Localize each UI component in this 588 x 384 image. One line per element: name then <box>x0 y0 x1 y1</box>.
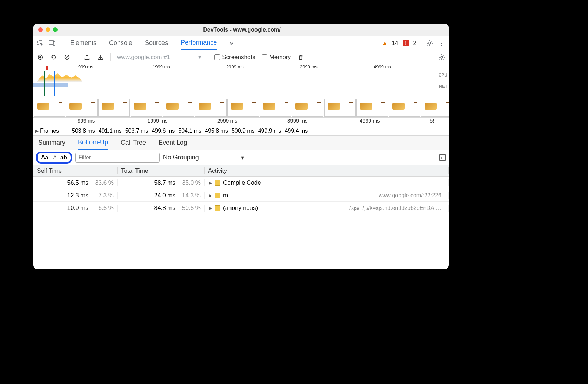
frame-time: 495.8 ms <box>205 128 228 134</box>
tab-sources[interactable]: Sources <box>145 37 168 49</box>
cell-self-time: 12.3 ms 7.3 % <box>33 192 118 199</box>
frame-time: 499.6 ms <box>152 128 175 134</box>
frame-time: 500.9 ms <box>232 128 255 134</box>
thumbnail[interactable] <box>227 99 259 117</box>
svg-point-3 <box>429 42 431 44</box>
table-row[interactable]: 56.5 ms 33.6 % 58.7 ms 35.0 % ▶ Compile … <box>33 177 449 189</box>
match-whole-word-button[interactable]: ab <box>60 154 67 161</box>
frames-track[interactable]: ▶ Frames 503.8 ms 491.1 ms 503.7 ms 499.… <box>33 126 449 136</box>
record-icon[interactable] <box>37 54 44 61</box>
thumbnail[interactable] <box>98 99 130 117</box>
issues-badges[interactable]: ▲ 14 ! 2 <box>382 40 416 47</box>
grouping-label: No Grouping <box>163 154 199 161</box>
source-link[interactable]: /xjs/_/js/k=xjs.hd.en.fdzp62cEnDA.… <box>349 205 441 211</box>
cell-self-time: 10.9 ms 6.5 % <box>33 205 118 212</box>
tab-bottom-up[interactable]: Bottom-Up <box>78 136 108 150</box>
save-profile-icon[interactable] <box>97 54 104 61</box>
svg-point-8 <box>441 56 443 58</box>
frame-time: 499.9 ms <box>258 128 281 134</box>
profile-selector[interactable]: www.google.com #1 ▾ <box>117 53 201 61</box>
expand-triangle-icon[interactable]: ▶ <box>209 193 212 198</box>
thumbnail[interactable] <box>66 99 98 117</box>
table-row[interactable]: 12.3 ms 7.3 % 24.0 ms 14.3 % ▶ m www.goo… <box>33 189 449 202</box>
expand-triangle-icon[interactable]: ▶ <box>209 180 212 185</box>
source-link[interactable]: www.google.com/:22:226 <box>379 192 441 199</box>
frame-time: 491.1 ms <box>99 128 122 134</box>
timeline-overview[interactable]: 999 ms 1999 ms 2999 ms 3999 ms 4999 ms C… <box>33 64 449 98</box>
thumbnail[interactable] <box>389 99 420 117</box>
screenshots-checkbox-input[interactable] <box>214 54 220 60</box>
table-row[interactable]: 10.9 ms 6.5 % 84.8 ms 50.5 % ▶ (anonymou… <box>33 202 449 214</box>
tab-call-tree[interactable]: Call Tree <box>121 136 146 149</box>
frame-time: 504.1 ms <box>178 128 201 134</box>
thumbnail[interactable] <box>356 99 388 117</box>
profile-name: www.google.com #1 <box>117 54 170 61</box>
cell-total-time: 84.8 ms 50.5 % <box>118 205 205 212</box>
grouping-selector[interactable]: No Grouping ▾ <box>163 154 244 161</box>
memory-checkbox[interactable]: Memory <box>262 54 291 61</box>
svg-point-5 <box>39 56 41 58</box>
filter-input[interactable] <box>75 153 160 163</box>
expand-triangle-icon[interactable]: ▶ <box>209 206 212 211</box>
thumbnail[interactable] <box>163 99 194 117</box>
thumbnail[interactable] <box>34 99 65 117</box>
device-toolbar-icon[interactable] <box>49 40 56 47</box>
error-square-icon: ! <box>403 40 409 46</box>
titlebar: DevTools - www.google.com/ <box>33 24 449 36</box>
frame-time: 503.7 ms <box>125 128 148 134</box>
frames-track-header[interactable]: ▶ Frames <box>33 128 72 134</box>
memory-checkbox-input[interactable] <box>262 54 267 60</box>
svg-line-7 <box>66 55 69 59</box>
thumbnail[interactable] <box>324 99 356 117</box>
thumbnail[interactable] <box>195 99 227 117</box>
scripting-swatch-icon <box>215 193 220 198</box>
main-tabs: Elements Console Sources Performance » <box>70 36 233 50</box>
tab-event-log[interactable]: Event Log <box>159 136 187 149</box>
col-total-time[interactable]: Total Time <box>118 167 205 174</box>
tab-performance[interactable]: Performance <box>181 36 217 50</box>
tick: 2999 ms <box>226 64 244 69</box>
tab-console[interactable]: Console <box>109 37 132 49</box>
thumbnail[interactable] <box>131 99 162 117</box>
inspect-element-icon[interactable] <box>37 40 44 47</box>
tick: 999 ms <box>78 64 93 69</box>
warning-triangle-icon: ▲ <box>382 40 388 46</box>
tab-elements[interactable]: Elements <box>70 37 96 49</box>
scripting-swatch-icon <box>215 180 220 186</box>
garbage-collect-icon[interactable] <box>297 54 304 61</box>
tab-more[interactable]: » <box>229 37 233 49</box>
expand-triangle-icon[interactable]: ▶ <box>35 128 39 133</box>
show-heaviest-stack-icon[interactable] <box>439 154 446 161</box>
screenshot-thumbnails[interactable] <box>33 98 449 118</box>
separator <box>208 53 208 61</box>
error-count: 2 <box>413 40 416 47</box>
kebab-menu-icon[interactable]: ⋮ <box>438 40 445 47</box>
warning-count: 14 <box>392 40 399 47</box>
tick: 1999 ms <box>153 64 170 69</box>
activity-name: Compile Code <box>223 179 261 186</box>
svg-rect-1 <box>49 41 53 44</box>
col-self-time[interactable]: Self Time <box>33 167 118 174</box>
frame-time: 499.4 ms <box>285 128 308 134</box>
thumbnail[interactable] <box>292 99 323 117</box>
frames-values: 503.8 ms 491.1 ms 503.7 ms 499.6 ms 504.… <box>72 128 449 134</box>
regex-button[interactable]: .* <box>52 154 56 161</box>
settings-gear-icon[interactable] <box>426 40 433 47</box>
separator <box>77 53 77 61</box>
tick: 999 ms <box>78 118 95 124</box>
load-profile-icon[interactable] <box>83 54 91 61</box>
capture-settings-gear-icon[interactable] <box>438 54 445 61</box>
marker-line <box>44 71 45 96</box>
col-activity[interactable]: Activity <box>205 167 449 174</box>
match-case-button[interactable]: Aa <box>41 154 48 161</box>
thumbnail[interactable] <box>421 99 449 117</box>
flamechart-ruler[interactable]: 999 ms 1999 ms 2999 ms 3999 ms 4999 ms 5… <box>33 118 449 126</box>
cell-total-time: 24.0 ms 14.3 % <box>118 192 205 199</box>
screenshots-checkbox[interactable]: Screenshots <box>214 54 255 61</box>
thumbnail[interactable] <box>260 99 291 117</box>
tab-summary[interactable]: Summary <box>38 136 65 149</box>
clear-icon[interactable] <box>64 54 71 61</box>
cpu-waveform <box>33 71 435 89</box>
reload-icon[interactable] <box>50 54 57 61</box>
tick: 4999 ms <box>374 64 391 69</box>
